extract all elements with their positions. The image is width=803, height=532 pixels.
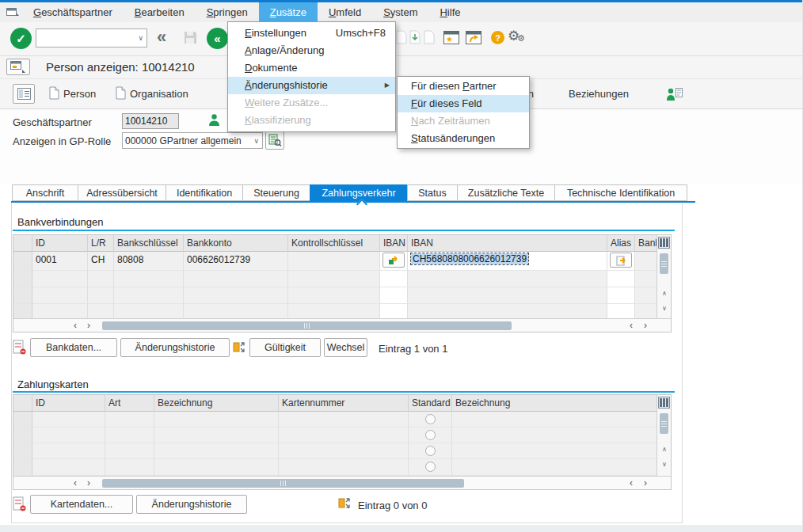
expand-icon[interactable] — [338, 496, 352, 514]
create-shortcut-icon[interactable] — [466, 31, 481, 48]
tab-steuerung[interactable]: Steuerung — [242, 184, 310, 201]
organisation-button[interactable]: Organisation — [130, 88, 188, 100]
selector-column-header[interactable] — [13, 235, 32, 252]
bank-h-scrollbar[interactable]: ‹ › ‹ › — [13, 318, 671, 332]
iban-detail-button[interactable] — [382, 253, 405, 268]
scroll-right-icon[interactable]: › — [82, 477, 95, 489]
menu-springen[interactable]: Springen — [196, 2, 259, 22]
table-settings-icon[interactable] — [658, 237, 670, 249]
window-menu-icon[interactable] — [6, 6, 19, 20]
gp-number-field[interactable]: 10014210 — [122, 113, 179, 129]
delete-row-icon[interactable] — [13, 340, 27, 359]
beziehungen-button[interactable]: Beziehungen — [569, 88, 629, 100]
tab-identifikation[interactable]: Identifikation — [166, 184, 243, 201]
cell-iban[interactable]: CH5680808006626012739 — [408, 252, 607, 271]
help-icon[interactable]: ? — [491, 31, 504, 44]
cell-kontrollschluessel[interactable] — [288, 252, 380, 271]
menu-zusaetze[interactable]: Zusätze — [259, 2, 318, 22]
menu-umfeld[interactable]: Umfeld — [318, 2, 372, 22]
chevron-down-icon[interactable]: ∨ — [138, 34, 143, 42]
row-selector[interactable] — [13, 271, 32, 287]
collapse-toolbar-icon[interactable]: « — [157, 27, 165, 48]
role-select[interactable]: 000000 GPartner allgemein ∨ — [122, 132, 263, 149]
tab-anschrift[interactable]: Anschrift — [12, 184, 78, 201]
iban-value[interactable]: CH5680808006626012739 — [411, 253, 528, 264]
bank-v-scrollbar[interactable]: ∧ ∨ — [656, 235, 671, 318]
scroll-left-icon[interactable]: ‹ — [625, 320, 637, 332]
command-input[interactable] — [39, 32, 133, 44]
menu-item-dokumente[interactable]: Dokumente — [228, 59, 395, 77]
scroll-up-icon[interactable]: ∧ — [658, 288, 671, 300]
scroll-left-icon[interactable]: ‹ — [625, 477, 637, 489]
expand-icon[interactable] — [233, 340, 246, 358]
bankdaten-button[interactable]: Bankdaten... — [30, 338, 117, 357]
v-scrollbar-thumb[interactable] — [660, 413, 668, 434]
scroll-down-icon[interactable]: ∨ — [658, 459, 671, 471]
cell-bankkonto[interactable]: 006626012739 — [184, 252, 288, 271]
row-selector[interactable] — [13, 287, 32, 304]
delete-row-icon[interactable] — [13, 496, 27, 515]
menu-item-einstellungen[interactable]: Einstellungen Umsch+F8 — [228, 25, 395, 42]
row-selector[interactable] — [13, 412, 32, 428]
scroll-right-icon[interactable]: › — [639, 477, 652, 489]
alias-detail-button[interactable] — [610, 253, 632, 268]
submenu-item-statusaenderungen[interactable]: Statusänderungen — [398, 130, 529, 147]
row-selector[interactable] — [13, 428, 32, 443]
cell-id[interactable]: 0001 — [32, 252, 88, 271]
row-selector[interactable] — [13, 252, 32, 271]
cell-lr[interactable]: CH — [88, 252, 114, 271]
display-role-button[interactable] — [265, 131, 284, 150]
h-scrollbar-thumb[interactable] — [102, 321, 512, 330]
menu-hilfe[interactable]: Hilfe — [428, 2, 471, 22]
new-session-icon[interactable]: ★ — [443, 31, 459, 48]
standard-radio[interactable] — [425, 430, 436, 440]
scroll-right-icon[interactable]: › — [639, 320, 652, 332]
scroll-left-icon[interactable]: ‹ — [69, 320, 82, 332]
standard-radio[interactable] — [425, 446, 436, 456]
row-selector[interactable] — [13, 459, 32, 476]
menu-bearbeiten[interactable]: Bearbeiten — [124, 2, 196, 22]
cards-aenderungshistorie-button[interactable]: Änderungshistorie — [136, 495, 247, 514]
wechsel-button[interactable]: Wechsel — [324, 338, 367, 357]
bank-aenderungshistorie-button[interactable]: Änderungshistorie — [120, 338, 230, 357]
chevron-down-icon[interactable]: ∨ — [253, 137, 259, 145]
tab-status[interactable]: Status — [407, 184, 458, 201]
standard-radio[interactable] — [425, 462, 436, 472]
locator-toggle-button[interactable] — [13, 84, 35, 104]
person-button[interactable]: Person — [63, 88, 96, 100]
table-settings-icon[interactable] — [658, 397, 670, 408]
menu-geschaeftspartner[interactable]: Geschäftspartner — [22, 2, 124, 22]
scroll-right-icon[interactable]: › — [82, 320, 95, 332]
scroll-down-icon[interactable]: ∨ — [658, 303, 671, 315]
menu-item-label: Statusänderungen — [411, 132, 495, 144]
services-for-object-button[interactable] — [6, 59, 30, 75]
scroll-left-icon[interactable]: ‹ — [69, 477, 82, 489]
tab-zusaetzliche-texte[interactable]: Zusätzliche Texte — [457, 184, 555, 201]
empty-cell — [32, 271, 88, 287]
h-scrollbar-thumb[interactable] — [102, 479, 464, 488]
enter-button[interactable]: ✓ — [10, 28, 32, 49]
v-scrollbar-thumb[interactable] — [660, 253, 668, 274]
row-selector[interactable] — [13, 304, 32, 318]
standard-radio[interactable] — [425, 414, 436, 424]
submenu-item-fuer-diesen-partner[interactable]: Für diesen Partner — [398, 78, 529, 95]
row-selector[interactable] — [13, 443, 32, 459]
gueltigkeit-button[interactable]: Gültigkeit — [249, 338, 321, 357]
tab-technische-identifikation[interactable]: Technische Identifikation — [554, 184, 687, 201]
scroll-up-icon[interactable]: ∧ — [658, 444, 671, 456]
back-button[interactable]: « — [207, 28, 228, 49]
tab-adressuebersicht[interactable]: Adressübersicht — [78, 184, 166, 201]
tab-zahlungsverkehr[interactable]: Zahlungsverkehr — [310, 184, 408, 201]
submenu-item-fuer-dieses-feld[interactable]: Für dieses Feld — [398, 95, 529, 112]
cell-bankschluessel[interactable]: 80808 — [114, 252, 184, 271]
cards-h-scrollbar[interactable]: ‹ › ‹ › — [13, 476, 671, 489]
person-relationships-icon[interactable] — [665, 86, 683, 104]
menu-item-anlage-aenderung[interactable]: Anlage/Änderung — [228, 42, 395, 59]
page-download-icon[interactable] — [409, 30, 421, 48]
menu-item-aenderungshistorie[interactable]: Änderungshistorie ▶ — [228, 77, 395, 94]
cards-v-scrollbar[interactable]: ∧ ∨ — [656, 395, 671, 476]
menu-system[interactable]: System — [372, 2, 428, 22]
selector-column-header[interactable] — [13, 395, 32, 412]
kartendaten-button[interactable]: Kartendaten... — [30, 495, 133, 514]
command-field[interactable]: ∨ — [36, 28, 147, 48]
